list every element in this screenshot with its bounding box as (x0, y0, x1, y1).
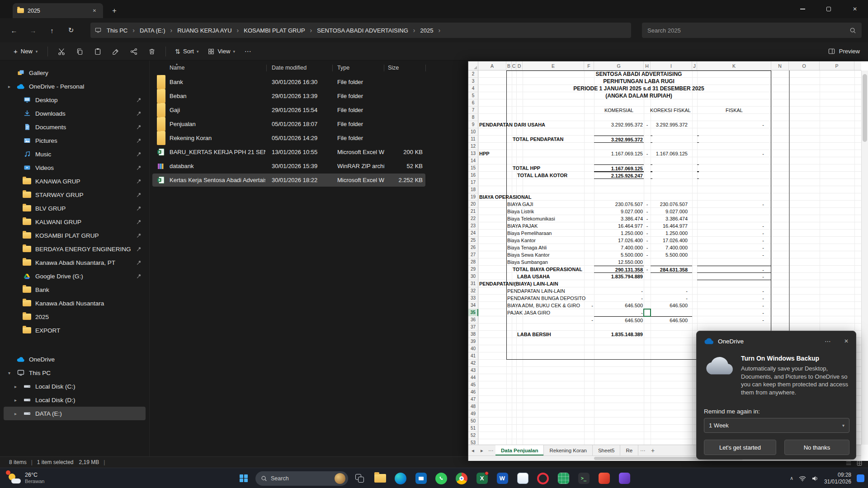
opera-icon[interactable] (534, 470, 552, 487)
cell-D30[interactable]: LABA USAHA (516, 273, 551, 280)
cell-G26[interactable]: 7.400.000 (594, 244, 644, 251)
refresh-icon[interactable]: ↻ (63, 23, 79, 37)
cell-G34[interactable]: 646.500 (594, 302, 644, 309)
cell-B4[interactable]: PERIODE 1 JANUARI 2025 s.d 31 DESEMBER 2… (506, 85, 771, 92)
cell-A31[interactable]: PENDAPATAN/(BIAYA) LAIN-LAIN (478, 280, 559, 287)
column-header-B[interactable]: B (506, 61, 512, 70)
cell-G30[interactable]: 1.835.794.889 (594, 273, 644, 280)
sidebar-item-starway-grup[interactable]: STARWAY GRUP (4, 188, 146, 202)
cell-H13[interactable]: - (644, 150, 651, 157)
forward-icon[interactable]: → (25, 23, 41, 37)
column-header-H[interactable]: H (644, 61, 651, 70)
lets-get-started-button[interactable]: Let's get started (704, 440, 776, 455)
sidebar-item-desktop[interactable]: Desktop (4, 93, 146, 107)
sidebar-item-downloads[interactable]: Downloads (4, 107, 146, 120)
hidden-icons-chevron[interactable]: ∧ (790, 475, 793, 481)
app-red-icon[interactable] (595, 470, 613, 487)
chevron-icon[interactable]: ▸ (13, 384, 19, 389)
cell-I25[interactable]: 17.026.400 (651, 237, 692, 244)
minimize-button[interactable] (789, 0, 816, 18)
column-header-K[interactable]: K (697, 61, 771, 70)
cell-K34[interactable]: - (697, 302, 771, 309)
row-header-32[interactable]: 32 (468, 287, 478, 295)
chevron-icon[interactable]: ▾ (6, 371, 12, 375)
row-header-8[interactable]: 8 (468, 114, 478, 121)
rename-icon[interactable] (108, 44, 124, 59)
cell-G7[interactable]: KOMERSIAL (594, 107, 644, 114)
row-header-47[interactable]: 47 (468, 396, 478, 403)
row-header-24[interactable]: 24 (468, 230, 478, 237)
close-button[interactable]: ✕ (842, 0, 868, 18)
cell-I36[interactable]: 646.500 (651, 316, 692, 324)
row-header-26[interactable]: 26 (468, 244, 478, 251)
taskbar-search[interactable]: Search (255, 471, 348, 486)
sidebar-item-documents[interactable]: Documents (4, 120, 146, 134)
cell-G13[interactable]: 1.167.069.125 (594, 150, 644, 157)
view-button[interactable]: View ▾ (204, 45, 238, 58)
column-header-type[interactable]: Type (337, 65, 349, 71)
cell-B34[interactable]: BIAYA ADM, BUKU CEK & GIRO (506, 302, 581, 309)
cell-H23[interactable]: - (644, 222, 651, 230)
cell-G25[interactable]: 17.026.400 (594, 237, 644, 244)
cell-B2[interactable]: SENTOSA ABADI ADVERTAISING (506, 70, 771, 78)
cell-K7[interactable]: FISKAL (697, 107, 771, 114)
wifi-icon[interactable] (799, 475, 806, 482)
row-header-46[interactable]: 46 (468, 389, 478, 396)
word-icon[interactable]: W (494, 470, 511, 487)
row-header-21[interactable]: 21 (468, 208, 478, 215)
cell-K25[interactable]: - (697, 237, 771, 244)
store-icon[interactable] (412, 470, 429, 487)
cell-C29[interactable]: TOTAL BIAYA OPERASIONAL (512, 266, 583, 273)
cell-H20[interactable]: - (644, 201, 651, 208)
row-header-10[interactable]: 10 (468, 128, 478, 136)
cell-G32[interactable]: - (594, 287, 644, 295)
row-header-22[interactable]: 22 (468, 215, 478, 222)
row-header-2[interactable]: 2 (468, 70, 478, 78)
row-header-35[interactable]: 35 (468, 309, 478, 316)
volume-icon[interactable] (811, 475, 819, 482)
sidebar-item-export[interactable]: EXPORT (4, 324, 146, 337)
column-header-P[interactable]: P (820, 61, 854, 70)
cell-K13[interactable]: - (697, 150, 771, 157)
breadcrumb-item-sentosa-abadi-advertaising[interactable]: SENTOSA ABADI ADVERTAISING (314, 26, 411, 35)
app-purple-icon[interactable] (616, 470, 633, 487)
edge-icon[interactable] (392, 470, 409, 487)
sidebar-item-2025[interactable]: 2025 (4, 310, 146, 324)
row-header-49[interactable]: 49 (468, 410, 478, 418)
cell-B33[interactable]: PENDAPATAN BUNGA DEPOSITO (506, 295, 586, 302)
cell-H29[interactable]: - (644, 266, 651, 273)
cell-I21[interactable]: 9.027.000 (651, 208, 692, 215)
sidebar-item-berdaya-energy-enginering-bee-grup[interactable]: BERDAYA ENERGY ENGINERING (BEE) GRUP (4, 242, 146, 256)
cell-H7[interactable]: KOREKSI FISKAL (644, 107, 697, 114)
more-options-icon[interactable]: ⋯ (241, 44, 255, 59)
cell-G9[interactable]: 3.292.995.372 (594, 121, 644, 128)
sidebar-item-local-disk-d[interactable]: ▸Local Disk (D:) (4, 393, 146, 407)
explorer-tab[interactable]: 2025 ✕ (13, 3, 103, 18)
row-header-29[interactable]: 29 (468, 266, 478, 273)
cell-I16[interactable] (651, 172, 652, 179)
cell-G15[interactable]: 1.167.069.125 (594, 164, 644, 172)
breadcrumb-item-ruang-kerja-ayu[interactable]: RUANG KERJA AYU (175, 26, 234, 35)
excel-icon[interactable]: X (473, 470, 491, 487)
row-header-30[interactable]: 30 (468, 273, 478, 280)
start-button[interactable] (235, 470, 252, 487)
row-header-14[interactable]: 14 (468, 157, 478, 164)
column-header-D[interactable]: D (516, 61, 523, 70)
cell-D38[interactable]: LABA BERSIH (516, 331, 552, 338)
cell-K27[interactable]: - (697, 251, 771, 258)
row-header-7[interactable]: 7 (468, 107, 478, 114)
row-header-20[interactable]: 20 (468, 201, 478, 208)
row-header-33[interactable]: 33 (468, 295, 478, 302)
sheet-nav-left-icon[interactable]: ◂ (468, 445, 477, 455)
cell-B25[interactable]: Biaya Kantor (506, 237, 537, 244)
row-header-19[interactable]: 19 (468, 193, 478, 201)
sheet-tab-sheet5[interactable]: Sheet5 (593, 445, 620, 455)
column-header-I[interactable]: I (651, 61, 692, 70)
sheet-more-icon[interactable]: ⋯ (638, 445, 647, 455)
row-header-45[interactable]: 45 (468, 381, 478, 389)
cell-H9[interactable]: - (644, 121, 651, 128)
sidebar-item-bank[interactable]: Bank (4, 283, 146, 296)
breadcrumb-item-this-pc[interactable]: This PC (104, 26, 130, 35)
cell-I32[interactable]: - (651, 287, 692, 295)
row-header-52[interactable]: 52 (468, 432, 478, 439)
